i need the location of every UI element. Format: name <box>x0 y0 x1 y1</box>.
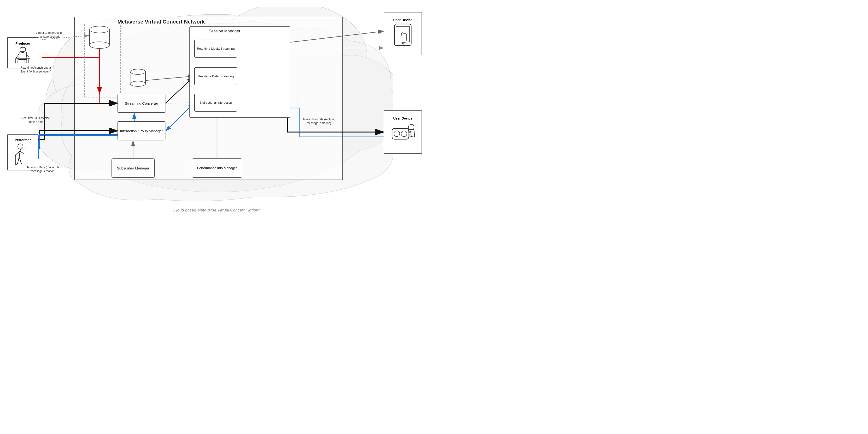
svg-rect-34 <box>396 26 409 42</box>
subscriber-manager-box: Subscriber Manager <box>112 158 155 178</box>
realtime-media-streaming-box: Real-time Media Streaming <box>194 39 237 58</box>
bidirectional-interaction-box: Bidirectional Interaction <box>194 94 237 112</box>
realtime-async-label: Real-time Asynchronous Event (with asset… <box>19 66 53 74</box>
svg-line-39 <box>409 131 412 132</box>
svg-point-23 <box>18 144 23 149</box>
user-device-top-box: User Device <box>384 12 422 55</box>
svg-line-28 <box>17 157 19 165</box>
streaming-converter-box: Streaming Converter <box>118 94 165 113</box>
interaction-data-top-label: Interaction Data (motion, message, emoti… <box>300 118 338 125</box>
svg-text:♪: ♪ <box>25 145 27 150</box>
svg-point-7 <box>89 42 110 49</box>
performance-info-manager-box: Performance Info Manager <box>192 158 242 178</box>
svg-point-12 <box>130 69 146 75</box>
database-top <box>89 25 110 49</box>
user-device-bottom-icon <box>390 121 416 148</box>
realtime-data-streaming-box: Real-time Data Streaming <box>194 67 237 85</box>
user-device-top-icon <box>391 23 415 49</box>
svg-point-43 <box>412 134 414 136</box>
svg-point-11 <box>130 81 146 86</box>
user-device-bottom-box: User Device <box>384 110 422 154</box>
svg-line-24 <box>19 149 20 157</box>
svg-point-35 <box>402 44 404 46</box>
svg-point-42 <box>409 133 411 135</box>
network-title: Metaverse Virtual Concert Network <box>118 19 205 25</box>
svg-point-38 <box>401 131 407 137</box>
performer-box: Performer ♪ <box>7 135 38 170</box>
svg-rect-36 <box>392 128 409 139</box>
virtual-concert-label: Virtual Concert Asset package/scenario <box>32 31 66 39</box>
realtime-music-label: Real-time Music/Voice, motion data <box>19 116 53 124</box>
svg-point-37 <box>394 131 400 137</box>
session-manager-title: Session Manager <box>209 29 240 34</box>
svg-line-29 <box>19 157 22 164</box>
diagram-container: Metaverse Virtual Concert Network Sessio… <box>0 0 434 217</box>
producer-box: Producer <box>7 37 38 68</box>
producer-icon <box>14 46 31 64</box>
svg-line-27 <box>20 151 24 154</box>
performer-icon: ♪ <box>14 143 31 167</box>
database-center <box>129 68 146 88</box>
svg-point-8 <box>89 26 110 33</box>
platform-label: Cloud based Metaverse Virtual Concert Pl… <box>0 208 434 213</box>
interaction-group-manager-box: Interaction Group Manager <box>118 121 165 140</box>
interaction-data-bottom-label: Interaction Data (motion, text message, … <box>24 166 62 173</box>
